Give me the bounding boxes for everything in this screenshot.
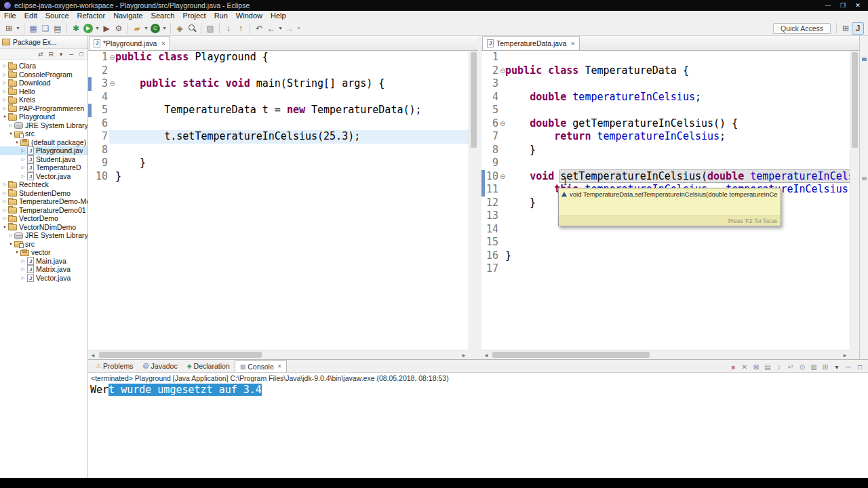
- remove-launch-icon[interactable]: ✕: [739, 361, 750, 372]
- code-line-1[interactable]: 1: [481, 51, 850, 64]
- tab-temperaturedata-java[interactable]: J TemperatureData.java ✕: [482, 36, 580, 50]
- tree-item-playground-jav[interactable]: ▷Playground.jav: [0, 146, 87, 155]
- code-area-playground[interactable]: 1⊖public class Playground {23⊖ public st…: [88, 51, 469, 350]
- tree-item-src[interactable]: ▾src: [0, 240, 87, 249]
- close-tab-icon[interactable]: ✕: [277, 363, 282, 369]
- tab-declaration[interactable]: ◈Declaration: [182, 360, 235, 372]
- maximize-view-icon[interactable]: □: [77, 49, 86, 59]
- tree-item-jre-system-library-ja[interactable]: ▷JRE System Library [Ja: [0, 121, 87, 130]
- code-line-3[interactable]: 3⊖ public static void main(String[] args…: [88, 77, 469, 91]
- collapsed-arrow-icon[interactable]: ▷: [1, 207, 8, 213]
- remove-all-launches-icon[interactable]: ⊠: [751, 361, 762, 372]
- tree-item-jre-system-library-ja[interactable]: ▷JRE System Library [Ja: [0, 231, 87, 240]
- expanded-arrow-icon[interactable]: ▾: [14, 249, 20, 255]
- code-line-7[interactable]: 7 return temperatureInCelsius;: [481, 130, 850, 144]
- tree-item-temperaturedemo-meth[interactable]: ▷TemperatureDemo-Meth: [0, 197, 87, 206]
- scroll-left-arrow-icon[interactable]: ◂: [481, 350, 491, 359]
- close-tab-icon[interactable]: ✕: [161, 41, 165, 47]
- close-tab-icon[interactable]: ✕: [570, 41, 575, 47]
- collapsed-arrow-icon[interactable]: ▷: [1, 199, 8, 204]
- vertical-scrollbar[interactable]: [850, 51, 859, 350]
- clear-console-icon[interactable]: ▤: [762, 361, 773, 372]
- minimize-console-icon[interactable]: ─: [843, 361, 854, 372]
- menu-search[interactable]: Search: [147, 11, 179, 21]
- jar-export-icon[interactable]: ◈: [174, 22, 186, 35]
- collapsed-arrow-icon[interactable]: ▷: [20, 165, 26, 170]
- mark-occurrences-icon[interactable]: ▨: [204, 22, 216, 35]
- prev-annotation-icon[interactable]: ↑: [235, 22, 247, 35]
- tree-item-temperaturedemo01[interactable]: ▷TemperatureDemo01: [0, 206, 87, 215]
- collapsed-arrow-icon[interactable]: ▷: [1, 190, 8, 196]
- code-line-2[interactable]: 2: [88, 64, 469, 78]
- print-icon[interactable]: ▤: [52, 22, 64, 35]
- tree-item-vectordemo[interactable]: ▷VectorDemo: [0, 214, 87, 223]
- vertical-scrollbar[interactable]: [469, 51, 478, 350]
- minimize-window-button[interactable]: —: [821, 2, 835, 9]
- tree-item-kreis[interactable]: ▷Kreis: [0, 96, 87, 104]
- open-console-dropdown-icon[interactable]: ⊞: [820, 361, 831, 372]
- menu-run[interactable]: Run: [210, 11, 232, 21]
- collapsed-arrow-icon[interactable]: ▷: [20, 266, 26, 272]
- new-project-dropdown-icon[interactable]: ▾: [143, 22, 149, 35]
- scroll-right-arrow-icon[interactable]: ▸: [840, 350, 850, 359]
- fold-marker-icon[interactable]: ⊖: [500, 170, 505, 184]
- scroll-lock-icon[interactable]: ↕: [774, 361, 785, 372]
- horizontal-scrollbar[interactable]: ◂ ▸: [481, 350, 850, 359]
- expanded-arrow-icon[interactable]: ▾: [7, 131, 14, 136]
- collapsed-arrow-icon[interactable]: ▷: [20, 258, 26, 264]
- expanded-arrow-icon[interactable]: ▾: [14, 140, 20, 145]
- terminate-icon[interactable]: ■: [728, 361, 738, 372]
- code-line-4[interactable]: 4 double temperatureInCelsius;: [481, 91, 850, 104]
- scrollbar-track[interactable]: [98, 350, 459, 359]
- console-output[interactable]: Wert wurde umgesetzt auf 3.4: [88, 384, 868, 396]
- collapsed-arrow-icon[interactable]: ▷: [20, 275, 26, 281]
- expanded-arrow-icon[interactable]: ▾: [1, 114, 8, 119]
- tree-item-studentendemo[interactable]: ▷StudentenDemo: [0, 189, 87, 198]
- tree-item-student-java[interactable]: ▷Student.java: [0, 155, 87, 164]
- back-dropdown-icon[interactable]: ▾: [277, 22, 283, 35]
- close-window-button[interactable]: ✕: [850, 2, 865, 9]
- collapsed-arrow-icon[interactable]: ▷: [7, 123, 14, 128]
- tree-item-rechteck[interactable]: ▷Rechteck: [0, 180, 87, 189]
- collapsed-arrow-icon[interactable]: ▷: [1, 63, 8, 68]
- new-wizard-dropdown-icon[interactable]: ▾: [15, 22, 21, 35]
- code-line-17[interactable]: 17: [481, 262, 850, 276]
- forward-icon[interactable]: →: [283, 22, 296, 35]
- collapsed-arrow-icon[interactable]: ▷: [1, 106, 8, 111]
- overview-annotation-mark[interactable]: [862, 58, 867, 61]
- external-tools-icon[interactable]: ⚙: [113, 22, 125, 35]
- code-line-6[interactable]: 6: [88, 117, 469, 131]
- code-line-16[interactable]: 16}: [481, 249, 850, 263]
- tree-item-src[interactable]: ▾src: [0, 129, 87, 138]
- code-line-5[interactable]: 5: [481, 104, 850, 117]
- collapsed-arrow-icon[interactable]: ▷: [20, 157, 26, 162]
- save-all-icon[interactable]: ❏: [39, 22, 52, 35]
- quick-access-button[interactable]: Quick Access: [773, 23, 831, 34]
- menu-project[interactable]: Project: [178, 11, 210, 21]
- menu-source[interactable]: Source: [41, 11, 73, 21]
- scroll-left-arrow-icon[interactable]: ◂: [88, 350, 98, 359]
- scrollbar-thumb[interactable]: [471, 52, 477, 148]
- scrollbar-thumb[interactable]: [99, 352, 262, 358]
- collapsed-arrow-icon[interactable]: ▷: [1, 216, 8, 221]
- code-line-10[interactable]: 10}: [88, 170, 469, 184]
- scrollbar-thumb[interactable]: [492, 352, 650, 358]
- open-perspective-icon[interactable]: ⊞: [840, 22, 852, 35]
- collapsed-arrow-icon[interactable]: ▷: [20, 148, 26, 153]
- run-dropdown-icon[interactable]: ▾: [94, 22, 100, 35]
- code-line-5[interactable]: 5 TemperatureData t = new TemperatureDat…: [88, 104, 469, 117]
- tree-item-playground[interactable]: ▾Playground: [0, 113, 87, 121]
- collapsed-arrow-icon[interactable]: ▷: [1, 89, 8, 94]
- word-wrap-icon[interactable]: ↵: [785, 361, 796, 372]
- code-line-3[interactable]: 3: [481, 77, 850, 91]
- code-line-2[interactable]: 2⊖public class TemperatureData {: [481, 64, 850, 78]
- console-view-menu-icon[interactable]: ▾: [831, 361, 842, 372]
- horizontal-scrollbar[interactable]: ◂ ▸: [88, 350, 469, 359]
- maximize-window-button[interactable]: ❐: [835, 2, 850, 9]
- view-menu-icon[interactable]: ▾: [56, 49, 66, 59]
- tree-item-vectorndimdemo[interactable]: ▾VectorNDimDemo: [0, 223, 87, 232]
- code-line-8[interactable]: 8 }: [481, 144, 850, 157]
- menu-window[interactable]: Window: [232, 11, 267, 21]
- new-java-project-icon[interactable]: ▰: [131, 22, 143, 35]
- tree-item-clara[interactable]: ▷Clara: [0, 62, 87, 70]
